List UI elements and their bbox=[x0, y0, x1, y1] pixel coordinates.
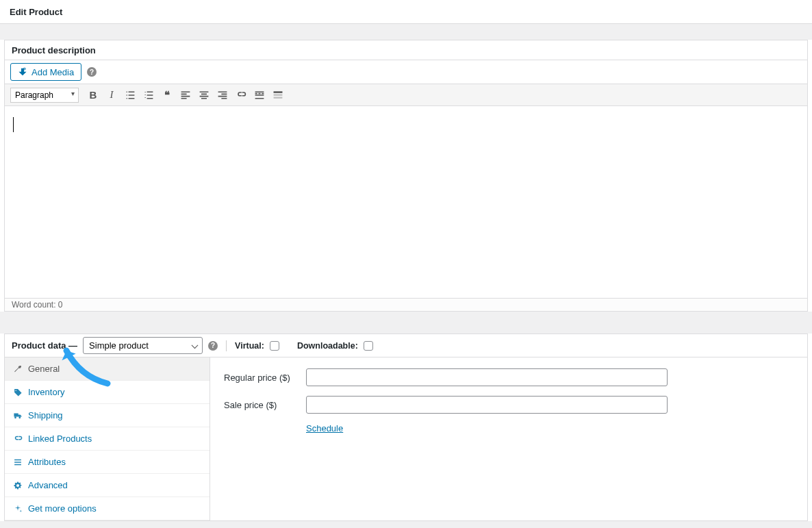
regular-price-row: Regular price ($) bbox=[224, 368, 794, 386]
read-more-button[interactable] bbox=[251, 88, 268, 103]
downloadable-checkbox[interactable] bbox=[364, 341, 373, 351]
quote-button[interactable]: ❝ bbox=[159, 88, 175, 103]
align-left-button[interactable] bbox=[177, 88, 194, 103]
product-type-select[interactable]: Simple product bbox=[83, 337, 203, 354]
list-icon bbox=[13, 457, 23, 467]
cursor bbox=[13, 117, 14, 132]
bottom-gap bbox=[0, 521, 812, 528]
product-type-help-icon[interactable]: ? bbox=[208, 341, 218, 351]
product-data-panel: Product data — Simple product ? Virtual:… bbox=[4, 334, 808, 521]
link-icon bbox=[13, 434, 23, 444]
align-center-button[interactable] bbox=[196, 88, 212, 103]
help-icon[interactable]: ? bbox=[87, 67, 97, 77]
tag-icon bbox=[13, 388, 23, 397]
wrench-icon bbox=[13, 364, 23, 374]
header-divider bbox=[0, 23, 812, 40]
schedule-link[interactable]: Schedule bbox=[306, 423, 343, 433]
description-panel-title: Product description bbox=[12, 45, 96, 55]
add-media-label: Add Media bbox=[31, 67, 74, 77]
tab-shipping-label: Shipping bbox=[28, 410, 63, 420]
product-data-content: Regular price ($) Sale price ($) Schedul… bbox=[210, 357, 807, 520]
sale-price-label: Sale price ($) bbox=[224, 400, 306, 410]
product-data-header: Product data — Simple product ? Virtual:… bbox=[5, 334, 807, 357]
page-header: Edit Product bbox=[0, 0, 812, 23]
description-panel: Product description Add Media ? Paragrap… bbox=[4, 40, 808, 312]
page-title: Edit Product bbox=[10, 7, 62, 17]
italic-button[interactable]: I bbox=[103, 88, 120, 103]
regular-price-input[interactable] bbox=[306, 368, 668, 386]
tab-shipping[interactable]: Shipping bbox=[5, 404, 210, 427]
editor-format-row: Paragraph B I ❝ bbox=[5, 84, 807, 106]
truck-icon bbox=[13, 411, 23, 420]
sale-price-row: Sale price ($) bbox=[224, 396, 794, 414]
gear-icon bbox=[13, 481, 23, 490]
tab-advanced[interactable]: Advanced bbox=[5, 474, 210, 497]
separator bbox=[226, 340, 227, 351]
virtual-label: Virtual: bbox=[235, 341, 264, 351]
tab-inventory[interactable]: Inventory bbox=[5, 381, 210, 404]
tab-linked-products[interactable]: Linked Products bbox=[5, 427, 210, 451]
bullet-list-button[interactable] bbox=[122, 88, 138, 103]
product-data-tabs: General Inventory Shipping bbox=[5, 357, 210, 520]
align-right-button[interactable] bbox=[214, 88, 231, 103]
format-select[interactable]: Paragraph bbox=[10, 88, 79, 103]
spark-icon bbox=[13, 504, 23, 514]
editor-textarea[interactable] bbox=[5, 106, 807, 298]
panel-gap bbox=[0, 312, 812, 334]
virtual-checkbox[interactable] bbox=[270, 341, 279, 351]
number-list-button[interactable] bbox=[140, 88, 157, 103]
downloadable-label: Downloadable: bbox=[297, 341, 358, 351]
toolbar-toggle-button[interactable] bbox=[270, 88, 286, 103]
word-count-label: Word count: 0 bbox=[12, 300, 62, 310]
tab-general-label: General bbox=[28, 364, 60, 374]
tab-more-label: Get more options bbox=[28, 503, 97, 514]
tab-linked-label: Linked Products bbox=[28, 433, 92, 444]
regular-price-label: Regular price ($) bbox=[224, 373, 306, 383]
tab-attributes-label: Attributes bbox=[28, 457, 66, 467]
tab-general[interactable]: General bbox=[5, 357, 210, 381]
description-panel-heading: Product description bbox=[5, 40, 807, 60]
product-data-label: Product data — bbox=[12, 340, 77, 351]
product-data-body: General Inventory Shipping bbox=[5, 357, 807, 520]
tab-get-more-options[interactable]: Get more options bbox=[5, 497, 210, 520]
word-count: Word count: 0 bbox=[5, 298, 807, 311]
tab-advanced-label: Advanced bbox=[28, 480, 68, 490]
bold-button[interactable]: B bbox=[85, 88, 101, 103]
sale-price-input[interactable] bbox=[306, 396, 668, 414]
link-button[interactable] bbox=[233, 88, 249, 103]
add-media-button[interactable]: Add Media bbox=[10, 63, 81, 81]
editor-media-row: Add Media ? bbox=[5, 60, 807, 84]
tab-attributes[interactable]: Attributes bbox=[5, 451, 210, 474]
tab-inventory-label: Inventory bbox=[28, 387, 64, 397]
media-icon bbox=[18, 66, 27, 78]
